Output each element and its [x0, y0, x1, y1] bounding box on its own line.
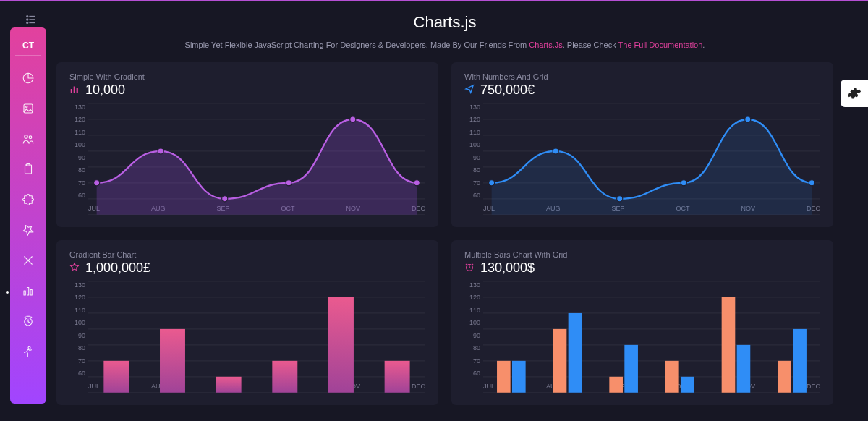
svg-rect-83 [793, 329, 807, 393]
svg-rect-62 [385, 361, 410, 393]
sidebar-item-pie-chart[interactable] [10, 64, 46, 95]
svg-rect-74 [553, 329, 567, 393]
svg-rect-76 [609, 377, 623, 393]
page-title: Charts.js [56, 13, 833, 32]
svg-rect-13 [24, 291, 25, 295]
y-tick: 90 [464, 332, 480, 339]
svg-point-9 [25, 135, 28, 139]
y-tick: 110 [464, 307, 480, 314]
sidebar-item-clipboard[interactable] [10, 156, 46, 186]
svg-rect-60 [272, 361, 297, 393]
send-icon [464, 84, 475, 97]
menu-toggle-icon[interactable] [26, 14, 36, 27]
chart-card: Multiple Bars Chart With Grid130,000$130… [451, 240, 833, 405]
y-tick: 110 [464, 129, 480, 136]
svg-point-44 [553, 148, 558, 154]
y-tick: 60 [464, 370, 480, 377]
metric-value: 750,000€ [480, 82, 535, 98]
y-tick: 100 [69, 319, 85, 326]
y-tick: 80 [464, 344, 480, 352]
alarm-icon [464, 262, 475, 275]
svg-rect-58 [160, 329, 185, 393]
svg-rect-81 [737, 345, 751, 393]
y-tick: 90 [464, 154, 480, 161]
svg-point-32 [286, 180, 292, 186]
y-tick: 60 [69, 370, 85, 377]
y-tick: 90 [69, 154, 85, 161]
gear-icon [847, 86, 861, 101]
chartsjs-link[interactable]: Charts.Js [529, 41, 562, 49]
y-tick: 130 [69, 103, 85, 111]
sidebar-item-bar-chart[interactable] [10, 277, 46, 307]
documentation-link[interactable]: The Full Documentation [618, 41, 703, 49]
y-tick: 80 [69, 344, 85, 352]
y-tick: 110 [69, 307, 85, 314]
bar-chart-icon [22, 284, 35, 300]
y-tick: 90 [69, 332, 85, 339]
bar-mini-icon [69, 84, 80, 97]
settings-button[interactable] [841, 80, 868, 107]
sidebar-logo[interactable]: CT [15, 33, 41, 56]
tools-icon [22, 254, 35, 270]
y-tick: 80 [69, 166, 85, 174]
clipboard-icon [22, 163, 35, 179]
sidebar-item-pin[interactable] [10, 216, 46, 247]
svg-point-47 [745, 116, 751, 122]
svg-rect-77 [624, 345, 638, 393]
svg-point-4 [27, 22, 28, 24]
svg-rect-59 [216, 377, 242, 393]
svg-rect-79 [681, 377, 694, 393]
svg-point-43 [489, 180, 495, 186]
sidebar-item-clock[interactable] [10, 307, 46, 338]
svg-point-46 [681, 180, 686, 186]
svg-rect-7 [24, 104, 33, 113]
metric-value: 1,000,000£ [85, 260, 150, 276]
main-content: Charts.js Simple Yet Flexible JavaScript… [56, 1, 833, 421]
sidebar: CT [10, 27, 46, 404]
card-title: With Numbers And Grid [464, 72, 820, 81]
subtitle-text: Simple Yet Flexible JavaScript Charting … [185, 41, 529, 49]
svg-point-2 [27, 19, 28, 20]
chart-card: Simple With Gradient10,00013012011010090… [56, 62, 438, 227]
y-tick: 120 [464, 294, 480, 301]
pin-icon [22, 224, 35, 239]
pie-chart-icon [22, 72, 35, 88]
y-tick: 100 [464, 319, 480, 326]
sidebar-item-puzzle[interactable] [10, 186, 46, 216]
y-tick: 80 [464, 166, 480, 174]
y-tick: 130 [69, 281, 85, 289]
sidebar-item-tools[interactable] [10, 247, 46, 277]
y-tick: 70 [69, 179, 85, 187]
y-tick: 100 [69, 141, 85, 148]
sidebar-item-users[interactable] [10, 125, 46, 156]
users-icon [22, 132, 35, 148]
svg-point-45 [617, 196, 623, 202]
svg-rect-72 [497, 361, 511, 393]
svg-rect-75 [569, 313, 582, 393]
svg-rect-73 [512, 361, 526, 393]
chart-card: With Numbers And Grid750,000€13012011010… [451, 62, 833, 227]
y-tick: 120 [69, 294, 85, 301]
y-tick: 120 [464, 116, 480, 123]
card-title: Gradient Bar Chart [69, 250, 425, 259]
svg-rect-57 [103, 361, 129, 393]
chart-plot: 13012011010090807060JULAUGSEPOCTNOVDEC [483, 103, 820, 212]
y-tick: 120 [69, 116, 85, 123]
run-icon [22, 345, 35, 361]
subtitle-text-2: . Please Check [563, 41, 618, 49]
y-tick: 130 [464, 281, 480, 289]
star-icon [69, 262, 80, 275]
svg-rect-19 [74, 86, 75, 93]
svg-rect-18 [71, 89, 72, 93]
card-title: Simple With Gradient [69, 72, 425, 81]
y-tick: 70 [69, 357, 85, 365]
chart-card: Gradient Bar Chart1,000,000£130120110100… [56, 240, 438, 405]
sidebar-item-run[interactable] [10, 338, 46, 368]
image-icon [22, 102, 35, 118]
subtitle-text-3: . [702, 41, 705, 49]
y-tick: 110 [69, 129, 85, 136]
chart-plot: 13012011010090807060JULAUGSEPOCTNOVDEC [88, 281, 425, 390]
y-tick: 60 [69, 192, 85, 199]
sidebar-item-image[interactable] [10, 95, 46, 125]
svg-point-30 [158, 148, 163, 154]
